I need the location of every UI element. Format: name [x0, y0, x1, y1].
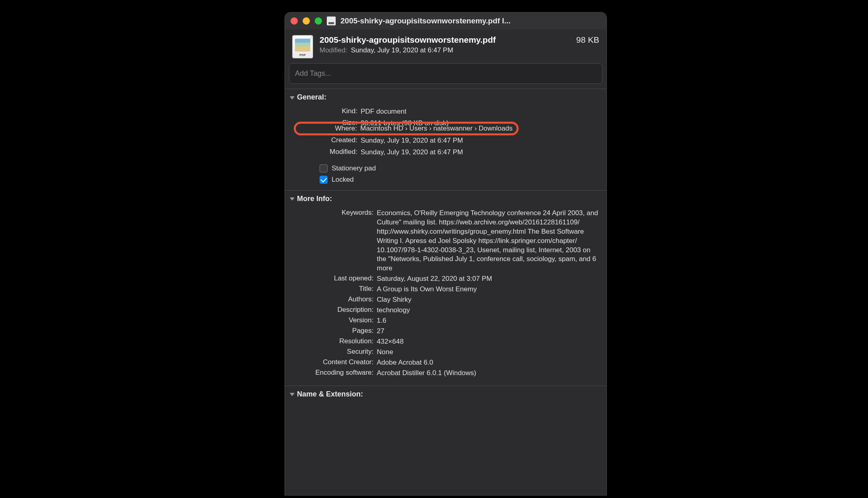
created-value: Sunday, July 19, 2020 at 6:47 PM	[361, 136, 599, 145]
content-creator-label: Content Creator:	[292, 358, 377, 366]
security-label: Security:	[292, 348, 377, 356]
stationery-pad-checkbox[interactable]	[320, 164, 328, 172]
name-extension-title: Name & Extension:	[297, 390, 363, 398]
locked-label: Locked	[332, 176, 354, 184]
title-value: A Group is Its Own Worst Enemy	[377, 285, 599, 294]
stationery-label: Stationery pad	[332, 164, 376, 172]
resolution-value: 432×648	[377, 337, 599, 347]
keywords-label: Keywords:	[292, 209, 377, 217]
chevron-down-icon	[290, 197, 295, 201]
version-label: Version:	[292, 316, 377, 324]
created-label: Created:	[292, 136, 361, 144]
modified2-label: Modified:	[292, 148, 361, 156]
modified-value: Sunday, July 19, 2020 at 6:47 PM	[351, 46, 453, 54]
where-highlight: Where: Macintosh HD › Users › nateswanne…	[294, 122, 519, 135]
content-creator-value: Adobe Acrobat 6.0	[377, 358, 599, 367]
encoding-software-label: Encoding software:	[292, 369, 377, 377]
doc-badge: PDF	[299, 53, 306, 57]
more-info-section: More Info: Keywords: Economics, O'Reilly…	[285, 190, 606, 386]
modified-label: Modified:	[320, 46, 347, 54]
file-header: PDF 2005-shirky-agroupisitsownworstenemy…	[285, 29, 606, 63]
authors-value: Clay Shirky	[377, 295, 599, 305]
where-label: Where:	[296, 124, 360, 133]
more-info-toggle[interactable]: More Info:	[290, 195, 602, 203]
resolution-label: Resolution:	[292, 337, 377, 345]
last-opened-label: Last opened:	[292, 274, 377, 282]
titlebar[interactable]: 2005-shirky-agroupisitsownworstenemy.pdf…	[285, 12, 606, 29]
general-title: General:	[297, 93, 326, 102]
zoom-window-button[interactable]	[315, 17, 322, 25]
pages-value: 27	[377, 327, 599, 336]
traffic-lights	[291, 17, 322, 25]
description-label: Description:	[292, 306, 377, 314]
title-doc-icon	[327, 17, 336, 25]
file-name: 2005-shirky-agroupisitsownworstenemy.pdf	[320, 35, 496, 45]
more-info-title: More Info:	[297, 195, 332, 203]
close-window-button[interactable]	[291, 17, 298, 25]
kind-label: Kind:	[292, 107, 361, 115]
tags-input[interactable]: Add Tags...	[289, 63, 602, 84]
document-icon: PDF	[292, 35, 313, 58]
chevron-down-icon	[290, 96, 295, 100]
minimize-window-button[interactable]	[303, 17, 310, 25]
pages-label: Pages:	[292, 327, 377, 335]
authors-label: Authors:	[292, 295, 377, 303]
title-label: Title:	[292, 285, 377, 293]
last-opened-value: Saturday, August 22, 2020 at 3:07 PM	[377, 274, 599, 284]
name-extension-section: Name & Extension:	[285, 386, 606, 411]
file-size: 98 KB	[576, 35, 599, 45]
where-value: Macintosh HD › Users › nateswanner › Dow…	[360, 124, 513, 133]
description-value: technology	[377, 306, 599, 315]
encoding-software-value: Acrobat Distiller 6.0.1 (Windows)	[377, 369, 599, 378]
general-toggle[interactable]: General:	[290, 93, 602, 102]
general-section: General: Kind: PDF document Size: 98,011…	[285, 89, 606, 190]
kind-value: PDF document	[361, 107, 599, 116]
security-value: None	[377, 348, 599, 357]
locked-checkbox[interactable]	[320, 176, 328, 184]
version-value: 1.6	[377, 316, 599, 326]
chevron-down-icon	[290, 393, 295, 396]
window-title: 2005-shirky-agroupisitsownworstenemy.pdf…	[341, 17, 601, 25]
name-extension-toggle[interactable]: Name & Extension:	[290, 390, 602, 398]
info-window: 2005-shirky-agroupisitsownworstenemy.pdf…	[284, 12, 607, 496]
modified2-value: Sunday, July 19, 2020 at 6:47 PM	[361, 148, 599, 157]
keywords-value: Economics, O'Reilly Emerging Technology …	[377, 209, 599, 274]
